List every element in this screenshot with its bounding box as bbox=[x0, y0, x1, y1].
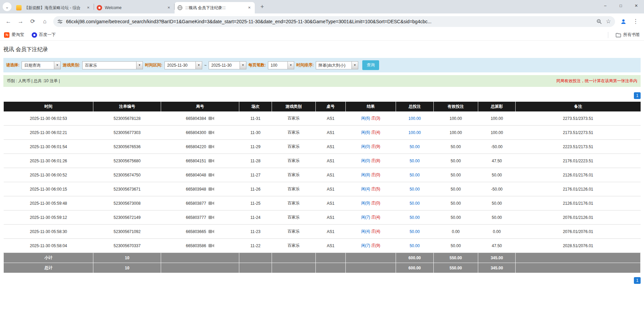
result-player: 闲(6) bbox=[361, 116, 370, 121]
cell-game-type: 百家乐 bbox=[272, 225, 315, 239]
total-bet-link[interactable]: 50.00 bbox=[409, 243, 420, 248]
table-row: 2025-11-30 06:02:21523005677303665804300… bbox=[4, 126, 641, 140]
video-icon[interactable] bbox=[208, 130, 214, 135]
menu-icon[interactable]: ⋮ bbox=[630, 16, 641, 27]
video-icon[interactable] bbox=[208, 159, 214, 163]
tab-search-button[interactable]: ⌄ bbox=[3, 2, 11, 11]
total-bet-link[interactable]: 50.00 bbox=[409, 215, 420, 220]
browser-tab-forum[interactable]: 【新提醒】海燕策略论坛 - 综合 ✕ bbox=[13, 2, 94, 13]
cell-note: 2076.01/2126.01 bbox=[516, 210, 641, 225]
browser-tab-welcome[interactable]: Welcome ✕ bbox=[94, 2, 174, 13]
game-type-select[interactable]: 百家乐 ▼ bbox=[82, 61, 143, 69]
cell-bet-id: 523005670337 bbox=[93, 239, 161, 253]
back-icon[interactable]: ← bbox=[3, 16, 14, 27]
chevron-down-icon[interactable]: ▼ bbox=[136, 61, 143, 69]
maximize-button[interactable]: □ bbox=[613, 0, 628, 11]
page-title: 视讯 会员下注纪录 bbox=[0, 46, 644, 53]
browser-tab-betrecord[interactable]: :::视讯 会员下注纪录::: ✕ bbox=[175, 2, 255, 13]
cell-valid-bet: 100.00 bbox=[433, 111, 478, 126]
pagination-bottom: 1 bbox=[3, 277, 641, 284]
cell-round-id: 665804384 bbox=[161, 111, 239, 126]
date-end-select[interactable]: 2025-11-30 ▼ bbox=[209, 61, 246, 69]
total-bet-link[interactable]: 50.00 bbox=[409, 173, 420, 177]
cell-result: 闲(0) 庄(8) bbox=[345, 154, 396, 168]
home-icon[interactable]: ⌂ bbox=[39, 16, 51, 27]
video-icon[interactable] bbox=[208, 116, 214, 121]
video-icon[interactable] bbox=[208, 229, 214, 234]
date-start-value[interactable]: 2025-11-30 bbox=[164, 61, 195, 69]
profile-icon[interactable] bbox=[618, 16, 629, 27]
sort-value[interactable]: 降幂(由大到小) bbox=[316, 61, 351, 69]
cell-note: 2176.01/2126.01 bbox=[516, 182, 641, 196]
total-bet-link[interactable]: 50.00 bbox=[409, 187, 420, 192]
cell-game-type: 百家乐 bbox=[272, 168, 315, 182]
footer-cell-empty bbox=[316, 263, 346, 273]
per-page-select[interactable]: 100 ▼ bbox=[268, 61, 294, 69]
close-tab-icon[interactable]: ✕ bbox=[166, 5, 172, 10]
chevron-down-icon[interactable]: ▼ bbox=[351, 61, 358, 69]
per-page-value[interactable]: 100 bbox=[268, 61, 287, 69]
total-label: 总计 bbox=[4, 263, 93, 273]
header-game-type: 游戏类别 bbox=[272, 102, 315, 111]
result-player: 闲(8) bbox=[361, 172, 370, 177]
video-icon[interactable] bbox=[208, 243, 214, 248]
forward-icon[interactable]: → bbox=[15, 16, 26, 27]
cell-payout: 47.50 bbox=[478, 239, 516, 253]
chevron-down-icon[interactable]: ▼ bbox=[240, 61, 246, 69]
cell-total-bet: 50.00 bbox=[396, 196, 434, 210]
globe-favicon-icon bbox=[177, 5, 183, 10]
total-valid-bet: 550.00 bbox=[433, 263, 478, 273]
chevron-down-icon[interactable]: ▼ bbox=[287, 61, 294, 69]
date-start-select[interactable]: 2025-11-30 ▼ bbox=[164, 61, 202, 69]
all-bookmarks-button[interactable]: 所有书签 bbox=[616, 32, 640, 38]
cell-session: 11-22 bbox=[239, 239, 272, 253]
site-info-icon[interactable] bbox=[57, 19, 63, 24]
cell-result: 闲(7) 庄(4) bbox=[345, 210, 396, 225]
url-text[interactable]: 66cxkj98.com/game/betrecord_search/kind3… bbox=[66, 19, 592, 24]
chevron-down-icon[interactable]: ▼ bbox=[54, 61, 61, 69]
cell-note: 2223.51/2173.51 bbox=[516, 140, 641, 154]
url-bar[interactable]: 66cxkj98.com/game/betrecord_search/kind3… bbox=[53, 16, 615, 27]
cell-session: 11-27 bbox=[239, 168, 272, 182]
total-bet-link[interactable]: 100.00 bbox=[408, 130, 421, 135]
video-icon[interactable] bbox=[208, 201, 214, 205]
close-tab-icon[interactable]: ✕ bbox=[86, 5, 91, 10]
cell-session: 11-31 bbox=[239, 111, 272, 126]
minimize-button[interactable]: – bbox=[597, 0, 613, 11]
bookmark-baidu[interactable]: 百度一下 bbox=[32, 32, 56, 38]
cell-bet-id: 523005677303 bbox=[93, 126, 161, 140]
search-button[interactable]: 查询 bbox=[362, 60, 379, 70]
date-end-value[interactable]: 2025-11-30 bbox=[209, 61, 240, 69]
page-1-button[interactable]: 1 bbox=[634, 92, 641, 99]
result-banker: 庄(5) bbox=[371, 187, 380, 191]
total-bet-link[interactable]: 50.00 bbox=[409, 159, 420, 163]
bookmark-aitaobao[interactable]: 淘 爱淘宝 bbox=[4, 32, 24, 38]
reload-icon[interactable]: ⟳ bbox=[27, 16, 38, 27]
zoom-icon[interactable] bbox=[596, 19, 602, 24]
game-type-value[interactable]: 百家乐 bbox=[82, 61, 136, 69]
query-type-value[interactable]: 日期查询 bbox=[22, 61, 54, 69]
video-icon[interactable] bbox=[208, 215, 214, 220]
close-window-button[interactable]: ✕ bbox=[628, 0, 644, 11]
video-icon[interactable] bbox=[208, 173, 214, 177]
cell-time: 2025-11-30 06:00:52 bbox=[4, 168, 93, 182]
total-bet-link[interactable]: 50.00 bbox=[409, 201, 420, 206]
close-tab-icon[interactable]: ✕ bbox=[247, 5, 252, 10]
video-icon[interactable] bbox=[208, 144, 214, 149]
footer-cell-empty bbox=[345, 253, 396, 263]
cell-note: 2126.01/2176.01 bbox=[516, 196, 641, 210]
page-1-button[interactable]: 1 bbox=[634, 277, 641, 284]
query-type-select[interactable]: 日期查询 ▼ bbox=[22, 61, 61, 69]
sort-select[interactable]: 降幂(由大到小) ▼ bbox=[316, 61, 358, 69]
chevron-down-icon[interactable]: ▼ bbox=[195, 61, 202, 69]
cell-round-id: 665804220 bbox=[161, 140, 239, 154]
bookmark-star-icon[interactable]: ☆ bbox=[606, 18, 611, 25]
total-bet-link[interactable]: 50.00 bbox=[409, 229, 420, 234]
new-tab-button[interactable]: + bbox=[257, 2, 267, 11]
cell-game-type: 百家乐 bbox=[272, 210, 315, 225]
total-bet-link[interactable]: 100.00 bbox=[408, 116, 421, 121]
header-valid-bet: 有效投注 bbox=[433, 102, 478, 111]
total-bet-link[interactable]: 50.00 bbox=[409, 144, 420, 149]
video-icon[interactable] bbox=[208, 187, 214, 191]
table-footer: 小计 10 600.00 550.00 345.00 总计 10 600.00 … bbox=[4, 253, 641, 273]
